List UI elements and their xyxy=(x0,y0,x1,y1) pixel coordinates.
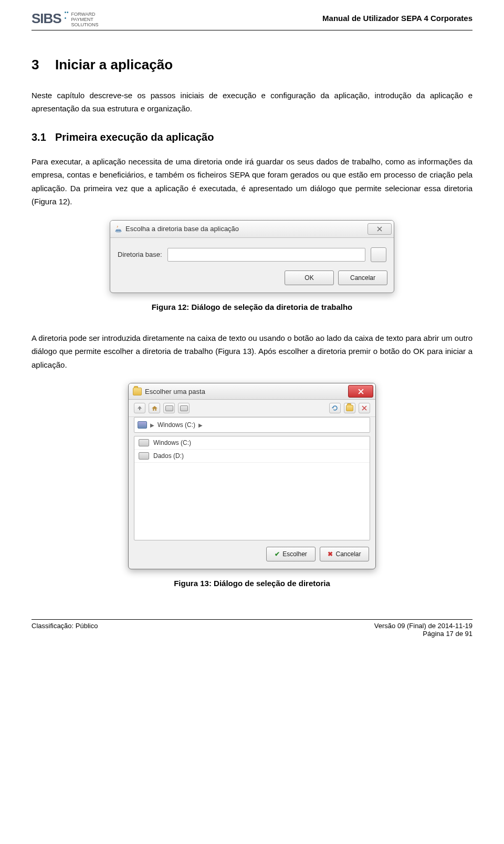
list-item[interactable]: Dados (D:) xyxy=(134,450,370,463)
home-button[interactable] xyxy=(149,403,160,413)
section-number: 3 xyxy=(32,57,55,73)
logo-dots-icon: • •• xyxy=(65,9,68,21)
drive-button-2[interactable] xyxy=(178,403,190,413)
new-folder-button[interactable] xyxy=(344,403,355,413)
choose-label: Escolher xyxy=(282,550,307,558)
folder-plus-icon xyxy=(346,405,353,411)
drive-icon xyxy=(180,405,188,411)
drive-icon xyxy=(139,452,149,460)
figure-13: Escolher uma pasta xyxy=(32,383,472,569)
logo-text: SIBS xyxy=(32,11,61,27)
paragraph-intro: Neste capítulo descreve-se os passos ini… xyxy=(32,89,472,116)
dialog-folder-chooser: Escolher uma pasta xyxy=(128,383,376,569)
logo: SIBS • •• FORWARD PAYMENT SOLUTIONS xyxy=(32,11,98,28)
logo-tagline: FORWARD PAYMENT SOLUTIONS xyxy=(71,12,98,28)
dialog-title-text: Escolha a diretoria base da aplicação xyxy=(125,225,239,233)
dialog-choose-base-dir: Escolha a diretoria base da aplicação Di… xyxy=(110,220,394,293)
drive-label: Dados (D:) xyxy=(153,452,184,460)
drive-icon xyxy=(139,439,149,446)
refresh-button[interactable] xyxy=(329,403,341,413)
x-icon: ✖ xyxy=(328,550,333,558)
section-title: Iniciar a aplicação xyxy=(55,57,173,72)
refresh-icon xyxy=(332,405,338,411)
dialog-toolbar xyxy=(129,400,375,417)
directory-input[interactable] xyxy=(167,248,365,262)
list-item[interactable]: Windows (C:) xyxy=(134,436,370,450)
arrow-up-icon xyxy=(137,405,142,411)
footer-version: Versão 09 (Final) de 2014-11-19 xyxy=(374,622,472,630)
dialog-titlebar: Escolha a diretoria base da aplicação xyxy=(110,221,394,238)
cancel-button[interactable]: ✖ Cancelar xyxy=(320,547,369,561)
java-icon xyxy=(114,225,122,233)
svg-point-1 xyxy=(116,231,121,232)
browse-button[interactable] xyxy=(371,247,386,262)
close-button[interactable] xyxy=(348,385,373,398)
figure-13-caption: Figura 13: Diálogo de seleção de diretor… xyxy=(32,579,472,588)
dialog-titlebar: Escolher uma pasta xyxy=(129,383,375,400)
page-header: SIBS • •• FORWARD PAYMENT SOLUTIONS Manu… xyxy=(32,11,472,30)
drive-label: Windows (C:) xyxy=(153,439,191,446)
folder-icon xyxy=(133,388,142,395)
subsection-title: Primeira execução da aplicação xyxy=(55,131,214,143)
drive-list: Windows (C:) Dados (D:) xyxy=(134,436,370,540)
dialog-title-text: Escolher uma pasta xyxy=(145,388,205,395)
subsection-number: 3.1 xyxy=(32,131,55,143)
close-button[interactable] xyxy=(368,223,392,235)
section-heading: 3Iniciar a aplicação xyxy=(32,57,472,73)
ok-button[interactable]: OK xyxy=(285,270,334,285)
close-icon xyxy=(377,226,382,232)
drive-button-1[interactable] xyxy=(163,403,175,413)
footer-page: Página 17 de 91 xyxy=(374,630,472,638)
breadcrumb[interactable]: ▶ Windows (C:) ▶ xyxy=(134,417,370,433)
paragraph-body-2: A diretoria pode ser introduzida diretam… xyxy=(32,331,472,372)
delete-button[interactable] xyxy=(359,403,370,413)
choose-button[interactable]: ✔ Escolher xyxy=(266,547,316,561)
up-button[interactable] xyxy=(134,403,145,413)
close-icon xyxy=(358,389,364,394)
subsection-heading: 3.1Primeira execução da aplicação xyxy=(32,131,472,143)
figure-12: Escolha a diretoria base da aplicação Di… xyxy=(32,220,472,293)
home-icon xyxy=(152,405,158,411)
chevron-right-icon: ▶ xyxy=(198,422,203,428)
page-footer: Classificação: Público Versão 09 (Final)… xyxy=(32,619,472,638)
check-icon: ✔ xyxy=(275,550,280,558)
figure-12-caption: Figura 12: Diálogo de seleção da diretor… xyxy=(32,303,472,311)
breadcrumb-item: Windows (C:) xyxy=(158,421,195,429)
directory-label: Diretoria base: xyxy=(118,251,162,258)
x-icon xyxy=(362,405,367,411)
drive-icon xyxy=(165,405,173,411)
cancel-label: Cancelar xyxy=(335,550,361,558)
chevron-right-icon: ▶ xyxy=(150,422,154,428)
cancel-button[interactable]: Cancelar xyxy=(338,270,387,285)
doc-title: Manual de Utilizador SEPA 4 Corporates xyxy=(322,14,472,23)
footer-classification: Classificação: Público xyxy=(32,622,98,638)
paragraph-body-1: Para executar, a aplicação necessita de … xyxy=(32,155,472,209)
computer-icon xyxy=(138,421,147,429)
